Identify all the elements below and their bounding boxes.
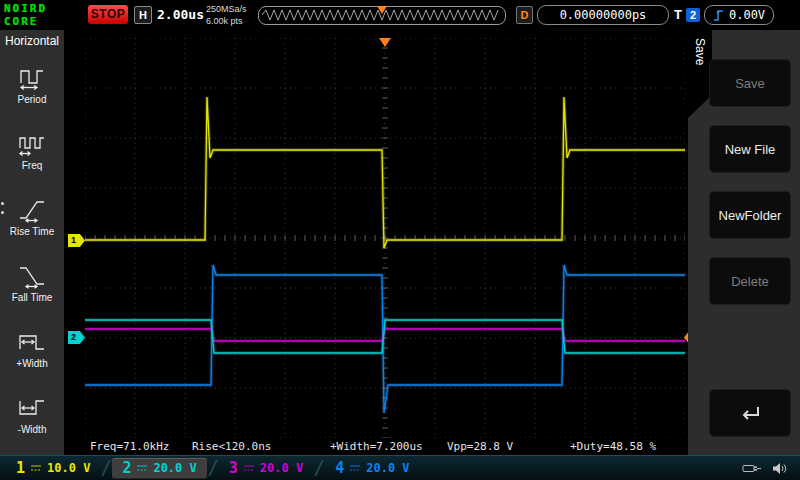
channel3-badge[interactable]: 3 20.0 V: [219, 458, 313, 479]
sidebar-item-label: Period: [18, 94, 47, 105]
dc-coupling-icon: [243, 463, 255, 473]
run-stop-status[interactable]: STOP: [88, 5, 128, 24]
fall-time-icon: [17, 263, 47, 289]
softkey-menu-panel: Save Save New File NewFolder Delete: [688, 30, 800, 455]
trace-ch1: [85, 97, 685, 248]
acquisition-info: 250MSa/s 6.00k pts: [206, 3, 247, 27]
sidebar-item-label: Freq: [22, 160, 43, 171]
channel2-number: 2: [122, 459, 131, 477]
channel2-offset-marker[interactable]: 2: [68, 331, 85, 344]
memory-depth: 6.00k pts: [206, 15, 247, 27]
channel4-scale: 20.0 V: [366, 461, 409, 475]
measurement-pwidth: +Width=7.200us: [330, 440, 423, 453]
logo-line1: NOIRD: [4, 2, 47, 15]
channel2-scale: 20.0 V: [153, 461, 196, 475]
sidebar-item-period[interactable]: Period: [0, 52, 64, 118]
waveform-traces: [85, 38, 685, 438]
channel4-number: 4: [335, 459, 344, 477]
sidebar-item-nwidth[interactable]: -Width: [0, 382, 64, 448]
channel3-scale: 20.0 V: [260, 461, 303, 475]
trigger-position-mini-marker[interactable]: [377, 6, 387, 14]
channel3-number: 3: [229, 459, 238, 477]
save-button[interactable]: Save: [710, 60, 790, 106]
menu-tab-label: Save: [688, 30, 707, 65]
channel2-badge[interactable]: 2 20.0 V: [112, 458, 206, 479]
horizontal-badge[interactable]: H: [134, 6, 152, 24]
delay-readout: 0.00000000ps: [537, 5, 669, 25]
channel-divider: [102, 460, 111, 476]
trigger-source-badge: 2: [686, 8, 700, 22]
period-icon: [17, 65, 47, 91]
back-button[interactable]: [710, 390, 790, 436]
status-icons: [742, 462, 788, 475]
scope-display: 1 2 T Freq=71.0kHz Rise<120.0ns +Width=7…: [64, 30, 688, 455]
channel1-number: 1: [16, 459, 25, 477]
sidebar-title: Horizontal: [0, 30, 64, 52]
trigger-label: T: [674, 7, 682, 22]
sidebar-item-label: Rise Time: [10, 226, 54, 237]
channel4-badge[interactable]: 4 20.0 V: [325, 458, 419, 479]
sidebar-item-label: Fall Time: [12, 292, 53, 303]
trigger-level-capsule: 0.00V: [704, 5, 774, 25]
oscilloscope-screen: NOIRD CORE STOP H 2.00us 250MSa/s 6.00k …: [0, 0, 800, 480]
delay-badge[interactable]: D: [516, 6, 533, 24]
channel1-offset-marker[interactable]: 1: [68, 234, 85, 247]
delete-button[interactable]: Delete: [710, 258, 790, 304]
sample-rate: 250MSa/s: [206, 3, 247, 15]
usb-plug-icon: [742, 462, 762, 475]
trigger-status-group[interactable]: T 2 0.00V: [674, 5, 774, 24]
speaker-icon: [772, 462, 788, 475]
horizontal-measure-sidebar: Horizontal Period Freq Rise Tim: [0, 30, 64, 455]
plus-width-icon: [17, 329, 47, 355]
measurement-pduty: +Duty=48.58 %: [570, 440, 656, 453]
menu-tab: Save: [688, 30, 712, 118]
channel1-badge[interactable]: 1 10.0 V: [6, 458, 100, 479]
rising-edge-icon: [713, 8, 725, 22]
sidebar-item-fall-time[interactable]: Fall Time: [0, 250, 64, 316]
sidebar-item-pwidth[interactable]: +Width: [0, 316, 64, 382]
channel-status-bar: 1 10.0 V 2 20.0 V 3 20.0 V 4: [0, 455, 800, 480]
memory-position-strip[interactable]: [258, 6, 506, 25]
dc-coupling-icon: [136, 463, 148, 473]
dc-coupling-icon: [30, 463, 42, 473]
logo-line2: CORE: [4, 15, 47, 28]
trigger-position-marker[interactable]: [379, 38, 391, 47]
channel-divider: [208, 460, 217, 476]
new-folder-button[interactable]: NewFolder: [710, 192, 790, 238]
top-status-bar: NOIRD CORE STOP H 2.00us 250MSa/s 6.00k …: [0, 0, 800, 30]
measurement-vpp: Vpp=28.8 V: [447, 440, 513, 453]
minus-width-icon: [17, 395, 47, 421]
rise-time-icon: [17, 197, 47, 223]
measurement-rise: Rise<120.0ns: [192, 440, 271, 453]
sidebar-item-rise-time[interactable]: Rise Time: [0, 184, 64, 250]
sidebar-item-label: -Width: [18, 424, 47, 435]
channel-divider: [314, 460, 323, 476]
sidebar-item-freq[interactable]: Freq: [0, 118, 64, 184]
measurement-freq: Freq=71.0kHz: [90, 440, 169, 453]
return-arrow-icon: [736, 402, 764, 424]
freq-icon: [17, 131, 47, 157]
channel1-scale: 10.0 V: [47, 461, 90, 475]
dc-coupling-icon: [349, 463, 361, 473]
timebase-readout: 2.00us: [157, 7, 204, 22]
menu-page-indicator: [1, 202, 4, 214]
new-file-button[interactable]: New File: [710, 126, 790, 172]
trace-ch4: [85, 265, 685, 413]
brand-logo: NOIRD CORE: [4, 2, 47, 28]
trigger-level-readout: 0.00V: [729, 8, 765, 22]
sidebar-item-label: +Width: [16, 358, 47, 369]
